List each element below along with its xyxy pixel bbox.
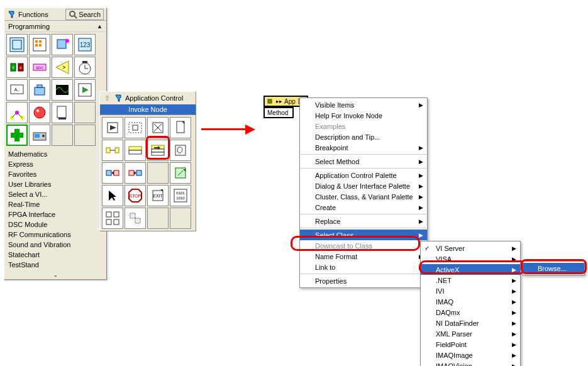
empty-cell [74, 102, 96, 123]
class-activex[interactable]: ActiveX▶ [421, 264, 520, 275]
cat-fpga[interactable]: FPGA Interface [4, 209, 106, 219]
menu-select-method[interactable]: Select Method▶ [300, 156, 427, 167]
submenu-arrow-icon: ▶ [512, 341, 516, 348]
fileio-icon[interactable] [29, 79, 50, 101]
numeric-icon[interactable]: 123 [74, 34, 96, 55]
addons-icon[interactable] [6, 125, 28, 146]
class-vi-server[interactable]: ✓VI Server▶ [421, 243, 520, 253]
submenu-arrow-icon: ▶ [419, 145, 423, 151]
subpalette-header: ⇧ Application Control [100, 92, 196, 104]
cat-userlibraries[interactable]: User Libraries [4, 179, 106, 189]
submenu-arrow-icon: ▶ [512, 309, 516, 316]
cat-selectvi[interactable]: Select a VI... [4, 189, 106, 199]
structures-icon[interactable] [6, 34, 28, 55]
sync-icon[interactable] [6, 102, 28, 123]
search-button[interactable]: Search [65, 9, 104, 20]
cat-teststand[interactable]: TestStand [4, 260, 106, 270]
menu-browse[interactable]: Browse... [523, 263, 584, 274]
class-visa[interactable]: VISA▶ [421, 253, 520, 264]
svg-line-36 [17, 113, 22, 118]
array-icon[interactable] [29, 34, 50, 55]
cat-realtime[interactable]: Real-Time [4, 199, 106, 209]
more-chevron-icon[interactable]: ⌄ [4, 271, 106, 279]
cat-rf[interactable]: RF Communications [4, 230, 106, 240]
menu-name-format[interactable]: Name Format▶ [300, 251, 427, 262]
class-ivi[interactable]: IVI▶ [421, 286, 520, 296]
to-more-specific-icon[interactable] [125, 162, 146, 184]
ref-in-icon [267, 97, 275, 105]
cat-statechart[interactable]: Statechart [4, 250, 106, 260]
menu-help[interactable]: Help For Invoke Node [300, 110, 427, 121]
submenu-arrow-icon: ▶ [419, 194, 423, 200]
svg-rect-59 [129, 150, 141, 154]
pin-icon[interactable] [7, 10, 16, 19]
menu-dialog-palette[interactable]: Dialog & User Interface Palette▶ [300, 180, 427, 191]
class-xmlparser[interactable]: XML Parser▶ [421, 328, 520, 339]
menu-breakpoint[interactable]: Breakpoint▶ [300, 142, 427, 153]
timing-icon[interactable] [74, 57, 96, 78]
menu-visible-items[interactable]: Visible Items▶ [300, 99, 427, 110]
palette-editing-icon[interactable] [102, 208, 123, 229]
class-specifier-icon[interactable] [170, 140, 191, 161]
cursor-icon[interactable] [102, 185, 123, 206]
open-vi-ref-icon[interactable] [102, 117, 123, 138]
cat-sound[interactable]: Sound and Vibration [4, 240, 106, 250]
svg-rect-49 [133, 125, 138, 130]
svg-rect-88 [135, 218, 140, 223]
waveform-icon[interactable] [52, 79, 73, 101]
svg-text:123: 123 [80, 42, 91, 48]
comparison-icon[interactable]: > [52, 57, 73, 78]
submenu-arrow-icon: ▶ [512, 352, 516, 358]
menu-cluster-palette[interactable]: Cluster, Class, & Variant Palette▶ [300, 191, 427, 202]
pin-icon[interactable] [114, 94, 123, 103]
boolean-icon[interactable]: TF [6, 57, 28, 78]
menu-link-to[interactable]: Link to▶ [300, 262, 427, 272]
svg-point-38 [36, 109, 39, 112]
menu-create[interactable]: Create▶ [300, 202, 427, 213]
memory-icon[interactable] [125, 208, 146, 229]
print-panel-icon[interactable] [170, 117, 191, 138]
report-icon[interactable] [52, 102, 73, 123]
string-icon[interactable]: abc [29, 57, 50, 78]
instrument-icon[interactable] [29, 125, 50, 146]
quit-icon[interactable]: EXIT [147, 185, 169, 206]
class-datafinder[interactable]: NI DataFinder▶ [421, 318, 520, 328]
stop-icon[interactable]: STOP [125, 185, 146, 206]
close-ref-icon[interactable] [147, 117, 169, 138]
class-imaqimage[interactable]: IMAQImage▶ [421, 350, 520, 360]
invoke-node-icon[interactable] [147, 140, 169, 161]
appcontrol-icon[interactable] [74, 79, 96, 101]
svg-rect-65 [106, 170, 111, 175]
svg-line-1 [74, 16, 77, 18]
dialog-icon[interactable]: A.. [6, 79, 28, 101]
property-node-icon[interactable] [125, 140, 146, 161]
programming-heading[interactable]: Programming ▲ [4, 21, 106, 32]
menu-description[interactable]: Description and Tip... [300, 131, 427, 142]
class-daqmx[interactable]: DAQmx▶ [421, 307, 520, 318]
menu-select-class[interactable]: Select Class▶ [300, 230, 427, 240]
menu-replace[interactable]: Replace▶ [300, 216, 427, 226]
to-more-generic-icon[interactable] [102, 162, 123, 184]
class-fieldpoint[interactable]: FieldPoint▶ [421, 339, 520, 350]
empty-cell-b1 [147, 162, 169, 184]
call-by-ref-icon[interactable] [102, 140, 123, 161]
static-vi-ref-icon[interactable] [125, 117, 146, 138]
cat-mathematics[interactable]: Mathematics [4, 149, 106, 159]
back-icon[interactable]: ⇧ [103, 94, 111, 103]
svg-line-35 [12, 113, 17, 118]
cluster-icon[interactable] [52, 34, 73, 55]
graphics-icon[interactable] [29, 102, 50, 123]
cat-dsc[interactable]: DSC Module [4, 219, 106, 230]
cat-favorites[interactable]: Favorites [4, 169, 106, 179]
application-control-palette: ⇧ Application Control Invoke Node STOP E… [99, 91, 196, 231]
cat-express[interactable]: Express [4, 159, 106, 169]
pattern-icon[interactable]: 01011010 [170, 185, 191, 206]
menu-properties[interactable]: Properties [300, 275, 427, 286]
open-app-ref-icon[interactable] [170, 162, 191, 184]
class-imaqvision[interactable]: IMAQVision▶ [421, 360, 520, 366]
svg-rect-68 [129, 170, 134, 175]
svg-rect-62 [152, 152, 164, 155]
class-imaq[interactable]: IMAQ▶ [421, 296, 520, 307]
menu-appcontrol-palette[interactable]: Application Control Palette▶ [300, 170, 427, 180]
class-dotnet[interactable]: .NET▶ [421, 275, 520, 286]
